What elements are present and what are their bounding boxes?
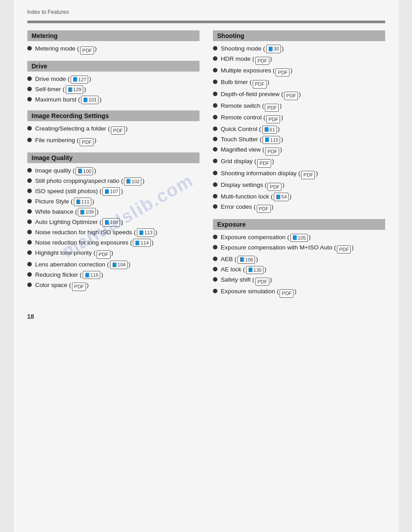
bullet-icon — [27, 87, 32, 91]
bullet-icon — [213, 68, 217, 72]
bullet-icon — [27, 138, 32, 142]
item-text: Auto Lighting Optimizer (📘108) — [35, 218, 123, 227]
list-item: AE lock (📘130) — [213, 266, 385, 274]
item-text: AE lock (📘130) — [221, 266, 267, 274]
pdf-ref[interactable]: PDF — [284, 92, 298, 100]
book-ref[interactable]: 📘111 — [74, 198, 91, 206]
list-item: Highlight tone priority (PDF) — [27, 249, 200, 259]
item-list: Drive mode (📘127)Self-timer (📘129)Maximu… — [27, 75, 200, 104]
item-text: Color space (PDF) — [35, 281, 89, 291]
item-text: Image quality (📘100) — [35, 167, 96, 175]
item-text: HDR mode (PDF) — [221, 55, 272, 65]
list-item: AEB (📘106) — [213, 255, 385, 264]
book-ref[interactable]: 📘30 — [266, 45, 281, 53]
item-text: Touch Shutter (📘115) — [221, 135, 283, 144]
book-ref[interactable]: 📘108 — [102, 218, 120, 227]
list-item: Multi-function lock (📘54) — [213, 193, 385, 201]
item-text: Magnified view (PDF) — [221, 146, 282, 156]
list-item: Remote switch (PDF) — [213, 102, 385, 112]
book-ref[interactable]: 📘106 — [238, 256, 255, 264]
top-divider — [27, 21, 385, 23]
list-item: Display settings (PDF) — [213, 181, 385, 191]
bullet-icon — [213, 267, 217, 271]
bullet-icon — [27, 46, 32, 51]
book-ref[interactable]: 📘54 — [274, 193, 289, 201]
item-text: Metering mode (PDF) — [35, 45, 97, 55]
bullet-icon — [213, 235, 217, 239]
pdf-ref[interactable]: PDF — [97, 250, 110, 259]
pdf-ref[interactable]: PDF — [253, 80, 267, 89]
item-list: Shooting mode (📘30)HDR mode (PDF)Multipl… — [213, 45, 385, 213]
item-list: Image quality (📘100)Still photo cropping… — [27, 167, 200, 291]
section-header: Image Recording Settings — [27, 110, 200, 121]
item-text: White balance (📘109) — [35, 208, 99, 216]
item-text: AEB (📘106) — [221, 255, 258, 264]
pdf-ref[interactable]: PDF — [265, 104, 279, 112]
right-column: ShootingShooting mode (📘30)HDR mode (PDF… — [213, 30, 385, 300]
book-ref[interactable]: 📘130 — [246, 266, 263, 274]
bullet-icon — [213, 194, 217, 198]
item-text: Multiple exposures (PDF) — [221, 67, 293, 76]
item-list: Exposure compensation (📘105)Exposure com… — [213, 233, 385, 297]
list-item: Self-timer (📘129) — [27, 85, 200, 94]
book-ref[interactable]: 📘101 — [81, 96, 98, 104]
bullet-icon — [213, 92, 217, 96]
list-item: Picture Style (📘111) — [27, 198, 200, 206]
item-text: Shooting information display (PDF) — [221, 169, 318, 179]
pdf-ref[interactable]: PDF — [257, 159, 271, 168]
pdf-ref[interactable]: PDF — [301, 171, 315, 179]
pdf-ref[interactable]: PDF — [280, 289, 293, 298]
section-header: Image Quality — [27, 152, 200, 163]
book-ref[interactable]: 📘127 — [71, 76, 88, 84]
item-text: Grid display (PDF) — [221, 157, 274, 167]
book-ref[interactable]: 📘129 — [66, 85, 83, 94]
book-ref[interactable]: 📘100 — [76, 167, 93, 176]
book-ref[interactable]: 📘107 — [102, 187, 120, 196]
pdf-ref[interactable]: PDF — [255, 57, 269, 65]
pdf-ref[interactable]: PDF — [265, 148, 279, 156]
list-item: Color space (PDF) — [27, 281, 200, 291]
book-ref[interactable]: 📘109 — [78, 208, 95, 216]
book-ref[interactable]: 📘115 — [263, 136, 280, 144]
pdf-ref[interactable]: PDF — [337, 245, 351, 254]
item-text: Noise reduction for long exposures (📘114… — [35, 239, 154, 247]
list-item: Shooting information display (PDF) — [213, 169, 385, 179]
main-columns: MeteringMetering mode (PDF)DriveDrive mo… — [27, 30, 385, 300]
item-text: Highlight tone priority (PDF) — [35, 249, 114, 259]
bullet-icon — [213, 46, 217, 51]
pdf-ref[interactable]: PDF — [72, 283, 86, 291]
item-text: Bulb timer (PDF) — [221, 78, 270, 88]
list-item: Remote control (PDF) — [213, 114, 385, 123]
book-ref[interactable]: 📘113 — [137, 228, 154, 237]
bullet-icon — [27, 262, 32, 266]
pdf-ref[interactable]: PDF — [80, 138, 93, 147]
bullet-icon — [27, 240, 32, 245]
bullet-icon — [27, 250, 32, 255]
pdf-ref[interactable]: PDF — [266, 115, 280, 124]
pdf-ref[interactable]: PDF — [257, 205, 271, 213]
section-header: Metering — [27, 30, 200, 41]
bullet-icon — [27, 168, 32, 173]
pdf-ref[interactable]: PDF — [276, 68, 289, 77]
book-ref[interactable]: 📘104 — [110, 261, 127, 269]
pdf-ref[interactable]: PDF — [268, 183, 281, 191]
item-text: Noise reduction for high ISO speeds (📘11… — [35, 228, 157, 237]
item-text: Error codes (PDF) — [221, 203, 274, 213]
book-ref[interactable]: 📘102 — [124, 177, 141, 186]
book-ref[interactable]: 📘105 — [290, 234, 308, 242]
list-item: Grid display (PDF) — [213, 157, 385, 167]
page: Index to Features MeteringMetering mode … — [14, 0, 399, 532]
book-ref[interactable]: 📘116 — [83, 271, 100, 279]
book-ref[interactable]: 📘114 — [133, 239, 150, 247]
pdf-ref[interactable]: PDF — [80, 46, 94, 55]
item-list: Metering mode (PDF) — [27, 45, 200, 55]
pdf-ref[interactable]: PDF — [255, 278, 269, 286]
bullet-icon — [213, 277, 217, 282]
item-text: Drive mode (📘127) — [35, 75, 91, 84]
list-item: Touch Shutter (📘115) — [213, 135, 385, 144]
pdf-ref[interactable]: PDF — [111, 127, 125, 135]
bullet-icon — [27, 126, 32, 131]
list-item: Shooting mode (📘30) — [213, 45, 385, 53]
book-ref[interactable]: 📘61 — [262, 126, 277, 134]
bullet-icon — [213, 127, 217, 131]
